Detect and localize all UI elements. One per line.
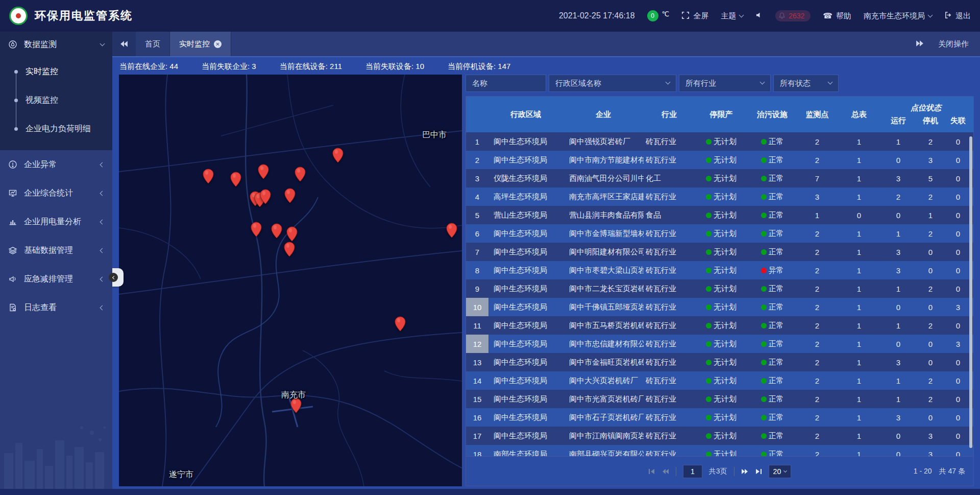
map-pin[interactable]: [284, 242, 295, 259]
help-button[interactable]: ☎ 帮助: [823, 11, 851, 21]
table-row[interactable]: 5营山生态环境局营山县润丰肉食品有限食品无计划正常10010: [466, 206, 973, 224]
notification-badge[interactable]: 2632: [775, 10, 811, 21]
table-row[interactable]: 10阆中生态环境局阆中千佛镇五郎垭页岩砖瓦行业无计划正常21003: [466, 298, 973, 316]
row-number: 6: [466, 224, 488, 243]
cell-limit-status: 无计划: [695, 450, 748, 457]
cell-lost: 0: [945, 211, 971, 220]
region-filter-dropdown[interactable]: 行政区域名称: [549, 75, 676, 92]
cell-lost: 0: [945, 248, 971, 256]
last-page-button[interactable]: [755, 468, 762, 475]
sidebar-group-1[interactable]: 企业异常: [0, 150, 112, 179]
cell-total-meters: 1: [838, 413, 880, 422]
map-pin[interactable]: [395, 316, 406, 334]
table-row[interactable]: 1阆中生态环境局阆中强锐页岩砖厂砖瓦行业无计划正常21120: [466, 132, 973, 151]
cell-lost: 3: [945, 340, 971, 348]
map-pin[interactable]: [271, 223, 282, 241]
map-pin[interactable]: [251, 222, 262, 239]
sidebar-group-6[interactable]: 日志查看: [0, 293, 112, 322]
row-number: 8: [466, 261, 488, 279]
sidebar-group-2[interactable]: 企业综合统计: [0, 179, 112, 207]
table-row[interactable]: 14阆中生态环境局阆中大兴页岩机砖厂砖瓦行业无计划正常21120: [466, 371, 973, 390]
industry-filter-dropdown[interactable]: 所有行业: [679, 75, 771, 92]
cell-facility-status: 正常: [748, 321, 797, 331]
first-page-button[interactable]: [648, 468, 655, 475]
map-pin[interactable]: [260, 189, 271, 206]
table-row[interactable]: 18南部生态环境局南部县砌兴页岩有限公砖瓦行业无计划正常21030: [466, 445, 973, 456]
chevron-down-icon: [100, 41, 105, 46]
next-page-button[interactable]: [741, 468, 748, 475]
cell-region: 阆中生态环境局: [488, 413, 563, 422]
table-row[interactable]: 11阆中生态环境局阆中市五马桥页岩机砖砖瓦行业无计划正常21120: [466, 316, 973, 335]
cell-company: 阆中市石子页岩机砖厂: [563, 413, 644, 422]
stat-1: 当前失联企业: 3: [202, 62, 256, 72]
table-row[interactable]: 2阆中生态环境局阆中市南方节能建材有砖瓦行业无计划正常21030: [466, 151, 973, 169]
tab-1[interactable]: 实时监控✕: [170, 32, 231, 56]
map-panel[interactable]: 巴中市南充市遂宁市: [119, 75, 462, 486]
table-row[interactable]: 15阆中生态环境局阆中市光富页岩机砖厂砖瓦行业无计划正常21120: [466, 390, 973, 408]
logout-button[interactable]: 退出: [944, 11, 971, 21]
table-row[interactable]: 6阆中生态环境局阆中市金博瑞新型墙材砖瓦行业无计划正常21120: [466, 224, 973, 243]
cell-region: 阆中生态环境局: [488, 302, 563, 312]
cell-total-meters: 1: [838, 340, 880, 348]
map-pin[interactable]: [230, 172, 241, 189]
fullscreen-button[interactable]: 全屏: [681, 11, 708, 21]
cell-total-meters: 1: [838, 137, 880, 146]
sidebar-item-0-1[interactable]: 视频监控: [0, 86, 112, 114]
table-scrollbar[interactable]: [969, 136, 972, 448]
sidebar-item-0-2[interactable]: 企业电力负荷明细: [0, 114, 112, 143]
cell-company: 阆中市金博瑞新型墙材: [563, 229, 644, 239]
status-filter-dropdown[interactable]: 所有状态: [773, 75, 839, 92]
map-pin[interactable]: [203, 169, 214, 186]
bar-chart-icon: [8, 217, 17, 226]
cell-limit-status: 无计划: [695, 394, 748, 404]
sidebar-group-4[interactable]: 基础数据管理: [0, 236, 112, 265]
theme-dropdown[interactable]: 主题: [721, 11, 743, 21]
table-row[interactable]: 9阆中生态环境局阆中市二龙长宝页岩砖砖瓦行业无计划正常21120: [466, 279, 973, 298]
prev-page-button[interactable]: [662, 468, 669, 475]
map-pin[interactable]: [290, 398, 302, 415]
cell-lost: 0: [945, 266, 971, 275]
map-pin[interactable]: [286, 226, 298, 244]
cell-monitor-points: 2: [797, 413, 838, 422]
page-number-input[interactable]: 1: [683, 465, 702, 478]
tabs-scroll-right-button[interactable]: [916, 40, 924, 49]
table-row[interactable]: 16阆中生态环境局阆中市石子页岩机砖厂砖瓦行业无计划正常21300: [466, 408, 973, 427]
org-dropdown[interactable]: 南充市生态环境局: [864, 11, 932, 21]
sidebar-group-5[interactable]: 应急减排管理: [0, 265, 112, 293]
map-pin[interactable]: [332, 148, 344, 165]
close-operations-button[interactable]: 关闭操作: [938, 39, 969, 49]
row-number: 1: [466, 132, 488, 151]
tab-0[interactable]: 首页: [136, 32, 170, 56]
double-right-icon: [916, 40, 924, 47]
table-row[interactable]: 4高坪生态环境局南充市高坪区王家店建砖瓦行业无计划正常31220: [466, 187, 973, 206]
map-pin[interactable]: [446, 223, 457, 240]
tabs-scroll-left-button[interactable]: [112, 32, 136, 56]
mute-button[interactable]: [755, 11, 763, 20]
cell-lost: 0: [945, 413, 971, 422]
table-row[interactable]: 13阆中生态环境局阆中市金福旺页岩机砖砖瓦行业无计划正常21300: [466, 353, 973, 371]
cell-lost: 0: [945, 156, 971, 164]
name-filter-input[interactable]: 名称: [465, 75, 546, 92]
table-row[interactable]: 8阆中生态环境局阆中市枣碧大梁山页岩砖瓦行业无计划异常21300: [466, 261, 973, 279]
page-size-select[interactable]: 20: [769, 465, 792, 478]
map-pin[interactable]: [284, 188, 296, 205]
cell-total-meters: 1: [838, 285, 880, 293]
tab-close-icon[interactable]: ✕: [214, 40, 222, 48]
map-pin[interactable]: [258, 164, 269, 181]
sidebar-group-header-0[interactable]: 数据监测: [0, 32, 112, 57]
table-row[interactable]: 7阆中生态环境局阆中明阳建材有限公司砖瓦行业无计划正常21300: [466, 243, 973, 261]
sidebar-collapse-button[interactable]: [112, 268, 124, 287]
cell-region: 阆中生态环境局: [488, 339, 563, 349]
cell-industry: 砖瓦行业: [644, 321, 695, 331]
logout-icon: [944, 11, 952, 20]
table-row[interactable]: 17阆中生态环境局阆中市江南镇阆南页岩砖瓦行业无计划正常21030: [466, 427, 973, 445]
main-content: 当前在线企业: 44当前失联企业: 3当前在线设备: 211当前失联设备: 10…: [112, 58, 980, 489]
table-row[interactable]: 12阆中生态环境局阆中市忠信建材有限公砖瓦行业无计划正常21003: [466, 335, 973, 353]
row-number: 2: [466, 151, 488, 169]
sidebar-item-0-0[interactable]: 实时监控: [0, 57, 112, 86]
table-row[interactable]: 3仪陇生态环境局西南油气田分公司川中化工无计划正常71350: [466, 169, 973, 187]
map-pin[interactable]: [295, 167, 306, 184]
cell-lost: 0: [945, 174, 971, 183]
sidebar-group-3[interactable]: 企业用电量分析: [0, 207, 112, 236]
cell-lost: 0: [945, 432, 971, 440]
